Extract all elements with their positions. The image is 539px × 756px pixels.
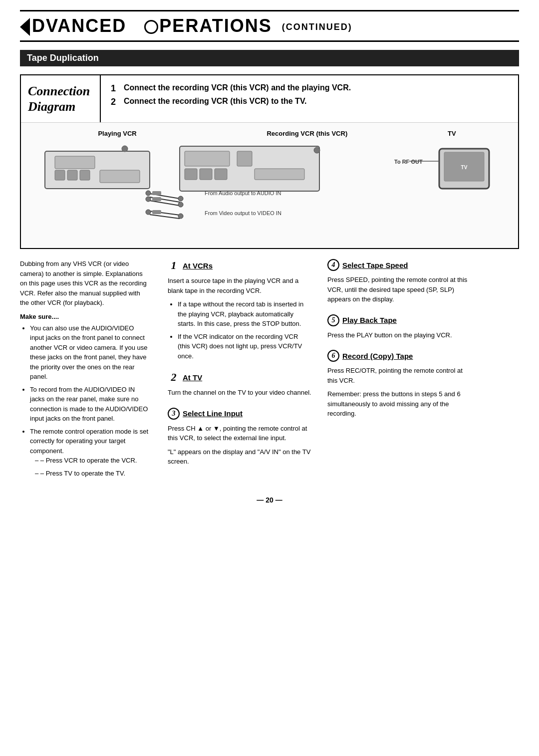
step-line-icon: 3 [168, 408, 180, 420]
step-select-line: 3 Select Line Input Press CH ▲ or ▼, poi… [168, 408, 311, 467]
bullet-1: You can also use the AUDIO/VIDEO input j… [30, 323, 150, 382]
step-line-body: Press CH ▲ or ▼, pointing the remote con… [168, 424, 311, 443]
step-play-back: 5 Play Back Tape Press the PLAY button o… [327, 314, 469, 340]
svg-rect-12 [215, 169, 227, 180]
svg-rect-11 [200, 169, 212, 180]
step-line-label: Select Line Input [183, 409, 243, 418]
step-tv-label: At TV [183, 373, 202, 382]
connection-label-title: ConnectionDiagram [28, 83, 93, 114]
diagram-svg: TV To RF OUT From Audio output to AUDIO … [28, 141, 511, 241]
page-header: DVANCED PERATIONS (CONTINUED) [20, 10, 519, 42]
step-speed-icon: 4 [327, 259, 339, 271]
header-advanced: DVANCED [32, 15, 126, 36]
step-vcrs-bullet-1: If a tape without the record tab is inse… [178, 299, 311, 329]
step-vcrs-icon: 1 [168, 259, 180, 272]
step-record-label: Record (Copy) Tape [342, 352, 413, 360]
step-speed-title: 4 Select Tape Speed [327, 259, 469, 271]
step-record-icon: 6 [327, 350, 339, 362]
step-tv-title: 2 At TV [168, 371, 311, 384]
header-operations: PERATIONS [159, 15, 271, 36]
svg-rect-9 [237, 151, 252, 166]
step-vcrs-body: Insert a source tape in the playing VCR … [168, 276, 311, 295]
bullet-3-sub2: – Press TV to operate the TV. [35, 469, 150, 479]
step-tv-icon: 2 [168, 371, 180, 384]
step-tape-speed: 4 Select Tape Speed Press SPEED, pointin… [327, 259, 469, 304]
step-tv-body: Turn the channel on the TV to your video… [168, 388, 311, 398]
step-play-label: Play Back Tape [342, 316, 397, 324]
step-2-num: 2 [111, 97, 121, 107]
header-continued: (CONTINUED) [282, 22, 352, 32]
step-vcrs-bullet-2: If the VCR indicator on the recording VC… [178, 332, 311, 361]
col-left: Dubbing from any VHS VCR (or video camer… [20, 259, 160, 481]
step-vcrs-bullets: If a tape without the record tab is inse… [168, 299, 311, 361]
svg-point-33 [178, 196, 183, 201]
connection-label: ConnectionDiagram [21, 75, 101, 122]
label-playing-vcr: Playing VCR [98, 130, 136, 137]
step-vcrs-label: At VCRs [183, 261, 213, 270]
svg-point-31 [146, 197, 151, 202]
svg-rect-4 [80, 170, 90, 180]
step-vcrs-title: 1 At VCRs [168, 259, 311, 272]
col-right: 4 Select Tape Speed Press SPEED, pointin… [319, 259, 469, 481]
svg-rect-26 [152, 191, 161, 195]
svg-rect-1 [55, 156, 95, 169]
step-speed-body: Press SPEED, pointing the remote control… [327, 275, 469, 304]
step-1-text: Connect the recording VCR (this VCR) and… [124, 83, 351, 92]
svg-text:From Video output to VIDEO IN: From Video output to VIDEO IN [205, 210, 281, 216]
step-record-note: Remember: press the buttons in steps 5 a… [327, 389, 469, 419]
bullet-3: The remote control operation mode is set… [30, 427, 150, 479]
bullet-3-sub1: – Press VCR to operate the VCR. [35, 456, 150, 466]
make-sure-title: Make sure.... [20, 313, 150, 320]
label-tv: TV [448, 130, 456, 137]
header-title: DVANCED PERATIONS (CONTINUED) [20, 15, 352, 36]
diagram-area: Playing VCR Recording VCR (this VCR) TV [21, 122, 518, 248]
step-speed-label: Select Tape Speed [342, 261, 408, 269]
page-number: — 20 — [20, 496, 519, 504]
svg-line-24 [150, 215, 180, 219]
svg-rect-5 [100, 170, 140, 183]
step-2-text: Connect the recording VCR (this VCR) to … [124, 97, 307, 106]
step-play-body: Press the PLAY button on the playing VCR… [327, 330, 469, 340]
svg-point-14 [314, 147, 320, 153]
step-play-title: 5 Play Back Tape [327, 314, 469, 326]
section-bar: Tape Duplication [20, 50, 519, 66]
svg-rect-2 [55, 170, 65, 180]
svg-rect-8 [185, 151, 230, 166]
svg-point-34 [178, 202, 183, 207]
bullet-2: To record from the AUDIO/VIDEO IN jacks … [30, 385, 150, 424]
svg-point-35 [178, 214, 183, 219]
step-line-note: "L" appears on the display and "A/V IN" … [168, 447, 311, 467]
step-at-tv: 2 At TV Turn the channel on the TV to yo… [168, 371, 311, 398]
svg-text:TV: TV [461, 165, 468, 170]
step-record-title: 6 Record (Copy) Tape [327, 350, 469, 362]
svg-point-32 [146, 210, 151, 215]
svg-point-6 [122, 146, 128, 152]
make-sure-list: You can also use the AUDIO/VIDEO input j… [20, 323, 150, 479]
intro-text: Dubbing from any VHS VCR (or video camer… [20, 259, 150, 308]
svg-text:To RF OUT: To RF OUT [394, 159, 423, 165]
col-middle: 1 At VCRs Insert a source tape in the pl… [160, 259, 319, 481]
svg-rect-3 [67, 170, 77, 180]
svg-rect-13 [255, 169, 304, 180]
step-at-vcrs: 1 At VCRs Insert a source tape in the pl… [168, 259, 311, 361]
svg-rect-29 [152, 210, 161, 214]
step-1-num: 1 [111, 83, 121, 94]
section-title: Tape Duplication [27, 53, 99, 63]
connection-steps: 1 Connect the recording VCR (this VCR) a… [101, 75, 518, 122]
step-play-icon: 5 [327, 314, 339, 326]
step-line-title: 3 Select Line Input [168, 408, 311, 420]
svg-rect-10 [185, 169, 197, 180]
svg-text:From Audio output to AUDIO IN: From Audio output to AUDIO IN [205, 190, 281, 196]
label-recording-vcr: Recording VCR (this VCR) [267, 130, 347, 137]
svg-point-30 [146, 191, 151, 196]
diagram-labels: Playing VCR Recording VCR (this VCR) TV [28, 130, 511, 137]
svg-rect-27 [152, 197, 161, 201]
step-record-copy: 6 Record (Copy) Tape Press REC/OTR, poin… [327, 350, 469, 419]
step-record-body: Press REC/OTR, pointing the remote contr… [327, 366, 469, 385]
connection-diagram-box: ConnectionDiagram 1 Connect the recordin… [20, 74, 519, 249]
content-area: Dubbing from any VHS VCR (or video camer… [20, 259, 519, 481]
